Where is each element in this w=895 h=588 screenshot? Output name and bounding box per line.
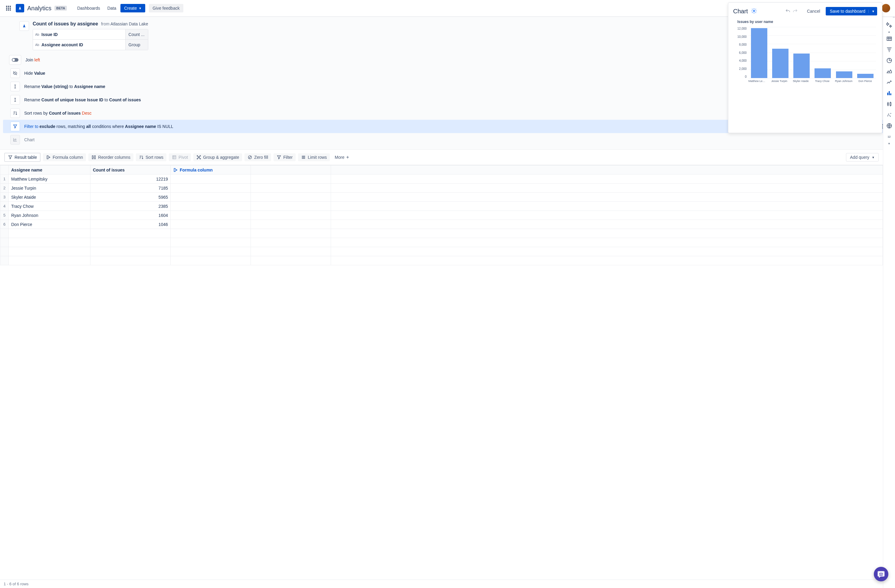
step-chart[interactable]: Chart [3,133,892,146]
table-row[interactable]: 4 Tracy Chow 2385 [0,202,883,211]
create-label: Create [124,6,137,11]
svg-point-29 [890,116,891,117]
cell-empty [251,211,331,220]
table-row[interactable]: 1 Matthew Lempitsky 12219 [0,174,883,183]
chart-preview-panel: Chart Cancel Save to dashboard ▼ Issues … [728,2,882,133]
pivot-label: Pivot [179,155,188,160]
add-query-button[interactable]: Add query ▼ [846,153,879,162]
field-row[interactable]: Ab Assignee account ID Group [33,39,148,50]
y-tick-label: 6,000 [737,51,747,55]
col-header-formula[interactable]: Formula column [171,165,251,174]
nav-dashboards[interactable]: Dashboards [74,3,103,13]
save-to-dashboard-button[interactable]: Save to dashboard ▼ [826,7,877,15]
cell-assignee: Matthew Lempitsky [9,174,91,183]
chart-bar[interactable] [836,71,853,78]
chart-bar[interactable] [772,49,789,78]
user-avatar[interactable] [882,4,890,12]
app-switcher-icon[interactable] [5,5,12,12]
row-number-header [0,165,9,174]
col-header-count[interactable]: Count of issues [91,165,171,174]
feedback-button[interactable]: Give feedback [149,4,184,12]
hide-target: Value [34,71,46,76]
magic-icon[interactable] [884,20,894,30]
number-chart-icon[interactable]: 12 [884,132,894,142]
chart-bar[interactable] [857,74,874,78]
query-source[interactable]: Atlassian Data Lake [111,21,148,26]
pie-chart-icon[interactable] [884,56,894,65]
field-aggregation[interactable]: Count ... [125,29,148,39]
query-source-icon[interactable] [19,21,29,31]
more-label: More [335,155,344,160]
reorder-label: Reorder columns [98,155,130,160]
chart-bar[interactable] [793,53,810,78]
field-aggregation[interactable]: Group [125,39,148,50]
join-toggle-icon[interactable] [9,55,21,65]
filter-icon [10,121,20,131]
formula-label: Formula column [53,155,83,160]
table-footer: 1 - 6 of 6 rows [0,579,895,588]
table-row[interactable]: 3 Skyler Ataide 5965 [0,192,883,202]
cell-empty [331,220,883,229]
create-button[interactable]: Create ▼ [120,4,145,12]
chart-bar[interactable] [751,28,767,78]
table-row[interactable]: 2 Jessie Turpin 7185 [0,183,883,192]
row-number: 3 [0,192,9,202]
svg-point-26 [889,115,890,116]
product-logo-icon[interactable] [16,4,24,12]
more-button[interactable]: More + [332,153,351,162]
filter-button[interactable]: Filter [273,153,296,161]
svg-rect-23 [890,103,891,106]
field-row[interactable]: Ab Issue ID Count ... [33,29,148,39]
filter-mode: exclude [39,124,55,129]
cancel-button[interactable]: Cancel [804,7,823,15]
limit-rows-button[interactable]: Limit rows [298,153,330,161]
svg-rect-8 [94,156,95,159]
nav-data[interactable]: Data [105,3,120,13]
filter-label: Filter [283,155,293,160]
chevron-down-icon[interactable]: ▼ [868,10,875,13]
table-chart-icon[interactable] [884,34,894,44]
scatter-chart-icon[interactable] [884,110,894,120]
chart-settings-icon[interactable] [751,8,757,15]
table-row[interactable]: 6 Don Pierce 1046 [0,220,883,229]
boxplot-icon[interactable] [884,99,894,109]
table-row[interactable]: 5 Ryan Johnson 1604 [0,211,883,220]
chart-bar[interactable] [815,68,831,78]
cell-empty [171,202,251,211]
sort-label: Sort rows [146,155,163,160]
query-title: Count of issues by assignee [33,21,98,26]
result-table-button[interactable]: Result table [4,153,41,162]
redo-icon[interactable] [792,9,798,14]
rename-to-word: to [69,84,73,89]
intercom-launcher[interactable] [874,567,888,581]
rail-caret-up-icon[interactable]: ▲ [888,30,890,33]
x-tick-label: Jessie Turpin [770,80,789,83]
formula-column-button[interactable]: Formula column [43,153,86,161]
area-chart-icon[interactable] [884,67,894,76]
svg-rect-19 [887,92,888,95]
rename-prefix: Rename [24,97,40,102]
svg-line-16 [249,156,251,159]
hide-icon [10,68,20,78]
table-row-empty [0,229,883,238]
cell-assignee: Skyler Ataide [9,192,91,202]
filter-col: Assignee name [125,124,156,129]
bar-chart-icon[interactable] [884,88,894,98]
row-number: 1 [0,174,9,183]
reorder-columns-button[interactable]: Reorder columns [88,153,133,161]
y-tick-label: 8,000 [737,43,747,46]
group-aggregate-button[interactable]: Group & aggregate [193,153,242,161]
funnel-chart-icon[interactable] [884,45,894,55]
map-chart-icon[interactable] [884,121,894,131]
undo-icon[interactable] [785,9,790,14]
zero-fill-button[interactable]: Zero fill [244,153,271,161]
line-chart-icon[interactable] [884,77,894,87]
x-tick-label: Tracy Chow [813,80,832,83]
sort-rows-button[interactable]: Sort rows [136,153,167,161]
y-tick-label: 4,000 [737,59,747,62]
filter-prefix: Filter to [24,124,38,129]
svg-point-24 [887,115,888,117]
rail-caret-down-icon[interactable]: ▼ [888,142,890,145]
col-header-assignee[interactable]: Assignee name [9,165,91,174]
cell-assignee: Don Pierce [9,220,91,229]
